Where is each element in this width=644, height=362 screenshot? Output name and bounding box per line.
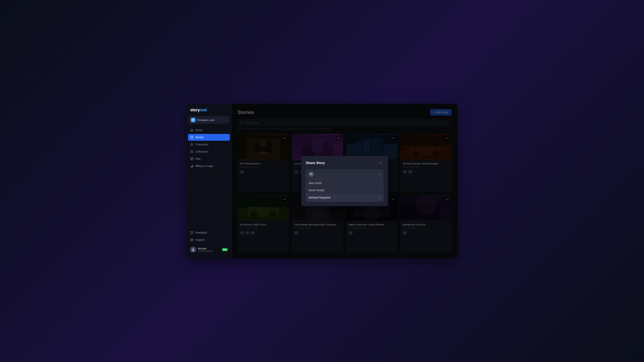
svg-rect-9	[191, 166, 191, 167]
workspace-avatar: P	[191, 118, 196, 122]
sidebar-item-stories[interactable]: Stories	[188, 134, 230, 141]
logo-reel: reel	[200, 107, 207, 112]
sidebar: storyreel P Perception Labs ▾ Home	[186, 104, 232, 258]
dropdown-menu: Jane Smith Martin Reddy Michael Fitzpatr…	[306, 179, 384, 202]
sidebar-item-support-label: Support	[196, 238, 204, 241]
collections-icon	[190, 150, 194, 153]
sidebar-item-home-label: Home	[196, 129, 202, 132]
option-label: Jane Smith	[308, 182, 322, 185]
main-content: Stories + Add Story Filter for stories b…	[232, 104, 458, 258]
nav-items: Home Stories	[186, 127, 231, 229]
dropdown-trigger[interactable]: MF ∧	[306, 170, 384, 179]
svg-point-13	[192, 239, 192, 240]
sidebar-item-home[interactable]: Home	[188, 127, 230, 134]
sidebar-item-stories-label: Stories	[196, 136, 204, 139]
sidebar-item-billing[interactable]: Billing & Usage	[188, 163, 230, 169]
billing-icon	[190, 164, 194, 168]
feedback-icon	[190, 231, 194, 234]
sidebar-item-feedback-label: Feedback	[196, 231, 207, 234]
stories-icon	[190, 136, 194, 139]
workspace-name: Perception Labs	[197, 119, 224, 121]
svg-rect-4	[191, 151, 193, 153]
dropdown-option-jane[interactable]: Jane Smith	[306, 179, 383, 187]
svg-rect-11	[192, 165, 193, 167]
option-label: Michael Fitzpatrick	[308, 196, 330, 199]
sidebar-item-feedback[interactable]: Feedback	[188, 229, 230, 236]
dropdown-option-martin[interactable]: Martin Reddy	[306, 187, 383, 194]
svg-rect-10	[192, 166, 192, 167]
sidebar-item-support[interactable]: Support	[188, 236, 230, 243]
sidebar-item-plan-label: Plan	[196, 157, 201, 160]
sidebar-item-collections[interactable]: Collections	[188, 148, 230, 155]
modal-overlay: Share Story × MF ∧ Jane Smith Mart	[232, 104, 458, 258]
avatar	[190, 247, 196, 253]
user-info: Michael 185,906 Credits	[198, 247, 220, 252]
dropdown-option-michael[interactable]: Michael Fitzpatrick ✓	[306, 194, 383, 202]
checkmark-icon: ✓	[378, 196, 380, 199]
modal-header: Share Story ×	[306, 160, 384, 166]
sidebar-item-characters[interactable]: Characters	[188, 141, 230, 148]
dropdown-selected-avatar: MF	[308, 172, 314, 177]
sidebar-item-collections-label: Collections	[196, 150, 208, 153]
app-logo: storyreel	[186, 107, 231, 116]
svg-point-12	[191, 239, 193, 241]
modal-title: Share Story	[306, 161, 325, 165]
plan-icon	[190, 157, 194, 160]
modal-close-button[interactable]: ×	[378, 160, 384, 166]
user-profile: Michael 185,906 Credits Pro	[188, 245, 230, 255]
svg-point-14	[192, 248, 194, 250]
sidebar-item-characters-label: Characters	[196, 143, 208, 146]
logo-story: story	[190, 107, 200, 112]
characters-icon	[190, 143, 194, 146]
option-label: Martin Reddy	[308, 189, 324, 192]
user-credits: 185,906 Credits	[198, 250, 220, 252]
share-story-modal: Share Story × MF ∧ Jane Smith Mart	[301, 156, 388, 206]
sidebar-bottom: Feedback Support	[186, 229, 231, 255]
workspace-chevron-icon: ▾	[226, 119, 227, 121]
workspace-selector[interactable]: P Perception Labs ▾	[188, 116, 229, 124]
user-name: Michael	[198, 247, 220, 250]
pro-badge: Pro	[222, 248, 228, 251]
sidebar-item-plan[interactable]: Plan	[188, 155, 230, 162]
sidebar-item-billing-label: Billing & Usage	[196, 164, 213, 167]
home-icon	[190, 128, 194, 132]
dropdown-chevron-up-icon: ∧	[379, 173, 380, 176]
share-dropdown: MF ∧ Jane Smith Martin Reddy Michael Fit…	[306, 170, 384, 202]
support-icon	[190, 238, 194, 242]
svg-point-3	[191, 143, 192, 144]
